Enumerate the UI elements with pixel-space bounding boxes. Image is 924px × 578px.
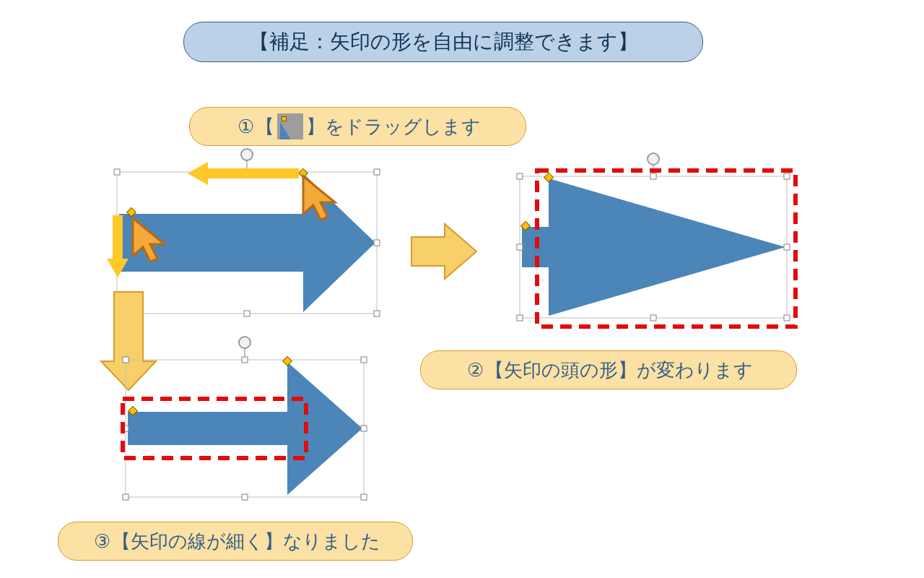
svg-rect-4 — [374, 240, 380, 246]
svg-rect-23 — [517, 315, 523, 321]
svg-rect-33 — [123, 494, 128, 500]
svg-rect-32 — [361, 426, 367, 431]
drag-left-arrow-icon — [188, 162, 299, 185]
svg-rect-20 — [784, 173, 790, 179]
svg-rect-30 — [361, 357, 367, 363]
rotation-handle-icon[interactable] — [239, 337, 250, 348]
svg-rect-28 — [123, 357, 128, 363]
svg-rect-7 — [374, 311, 380, 316]
svg-rect-24 — [650, 315, 656, 321]
diagram-canvas — [0, 0, 924, 578]
svg-rect-37 — [283, 356, 292, 366]
panel-headshape-result — [517, 153, 796, 327]
svg-rect-6 — [244, 311, 250, 316]
panel-original-arrow — [107, 149, 380, 316]
svg-rect-21 — [517, 244, 523, 250]
svg-marker-11 — [188, 162, 208, 185]
svg-marker-16 — [411, 224, 476, 279]
svg-rect-10 — [208, 168, 299, 178]
svg-rect-19 — [650, 173, 656, 179]
transition-arrow-right-icon — [411, 224, 476, 279]
svg-rect-0 — [114, 169, 120, 175]
svg-rect-18 — [517, 173, 523, 179]
svg-rect-2 — [374, 169, 380, 175]
svg-rect-22 — [784, 244, 790, 250]
panel-thinbody-result — [123, 337, 367, 500]
blue-arrow-widehead[interactable] — [522, 178, 785, 316]
transition-arrow-down-icon — [101, 292, 156, 390]
svg-marker-17 — [101, 292, 156, 390]
svg-rect-12 — [113, 215, 123, 259]
rotation-handle-icon[interactable] — [648, 153, 659, 165]
svg-rect-25 — [784, 315, 790, 321]
svg-rect-35 — [361, 494, 367, 500]
blue-arrow-thinbody[interactable] — [128, 362, 362, 495]
svg-rect-34 — [242, 494, 248, 500]
svg-rect-29 — [242, 357, 248, 363]
rotation-handle-icon[interactable] — [241, 149, 253, 160]
